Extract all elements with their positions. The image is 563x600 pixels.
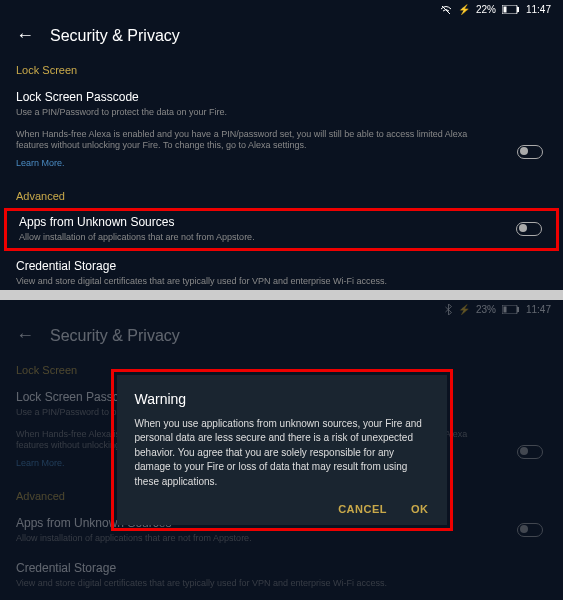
unknown-sources-toggle: [517, 523, 543, 537]
setting-desc: Allow installation of applications that …: [19, 232, 459, 244]
svg-rect-2: [517, 7, 519, 12]
charge-icon: ⚡: [458, 304, 470, 315]
page-title: Security & Privacy: [50, 27, 180, 45]
credential-storage-row: Credential Storage View and store digita…: [0, 553, 563, 598]
battery-icon: [502, 305, 520, 314]
dialog-highlight: Warning When you use applications from u…: [111, 369, 453, 532]
dialog-title: Warning: [135, 391, 429, 407]
back-arrow-icon: ←: [16, 325, 34, 346]
credential-storage-row[interactable]: Credential Storage View and store digita…: [0, 251, 563, 290]
settings-screen-2: ⚡ 23% 11:47 ← Security & Privacy Lock Sc…: [0, 300, 563, 600]
passcode-toggle[interactable]: [517, 145, 543, 159]
setting-desc: Use a PIN/Password to protect the data o…: [16, 107, 456, 119]
cancel-button[interactable]: CANCEL: [338, 503, 387, 515]
setting-title: Apps from Unknown Sources: [19, 215, 544, 229]
page-title: Security & Privacy: [50, 327, 180, 345]
learn-more-link: Learn More.: [16, 458, 65, 468]
dialog-actions: CANCEL OK: [135, 489, 429, 515]
clock: 11:47: [526, 304, 551, 315]
learn-more-link[interactable]: Learn More.: [16, 158, 65, 168]
passcode-toggle: [517, 445, 543, 459]
back-arrow-icon[interactable]: ←: [16, 25, 34, 46]
status-bar: ⚡ 23% 11:47: [0, 300, 563, 319]
battery-percent: 22%: [476, 4, 496, 15]
alexa-note: When Hands-free Alexa is enabled and you…: [16, 129, 496, 152]
setting-title: Credential Storage: [16, 561, 547, 575]
svg-rect-3: [503, 7, 506, 13]
setting-title: Credential Storage: [16, 259, 547, 273]
header: ← Security & Privacy: [0, 319, 563, 358]
settings-screen-1: ⚡ 22% 11:47 ← Security & Privacy Lock Sc…: [0, 0, 563, 290]
clock: 11:47: [526, 4, 551, 15]
dialog-body: When you use applications from unknown s…: [135, 417, 429, 490]
header: ← Security & Privacy: [0, 19, 563, 58]
charge-icon: ⚡: [458, 4, 470, 15]
svg-rect-6: [503, 307, 506, 313]
highlighted-unknown-sources: Apps from Unknown Sources Allow installa…: [4, 208, 559, 251]
status-bar: ⚡ 22% 11:47: [0, 0, 563, 19]
battery-icon: [502, 5, 520, 14]
setting-desc: View and store digital certificates that…: [16, 578, 456, 590]
lock-screen-passcode-row[interactable]: Lock Screen Passcode Use a PIN/Password …: [0, 82, 563, 127]
warning-dialog: Warning When you use applications from u…: [117, 375, 447, 526]
battery-percent: 23%: [476, 304, 496, 315]
advanced-section-header: Advanced: [0, 178, 563, 208]
lockscreen-section-header: Lock Screen: [0, 58, 563, 82]
setting-title: Lock Screen Passcode: [16, 90, 547, 104]
unknown-sources-toggle[interactable]: [516, 222, 542, 236]
setting-desc: View and store digital certificates that…: [16, 276, 456, 288]
wifi-off-icon: [440, 5, 452, 15]
ok-button[interactable]: OK: [411, 503, 429, 515]
svg-rect-5: [517, 307, 519, 312]
setting-desc: Allow installation of applications that …: [16, 533, 456, 545]
bluetooth-icon: [445, 304, 452, 315]
alexa-note-row: When Hands-free Alexa is enabled and you…: [0, 127, 563, 178]
